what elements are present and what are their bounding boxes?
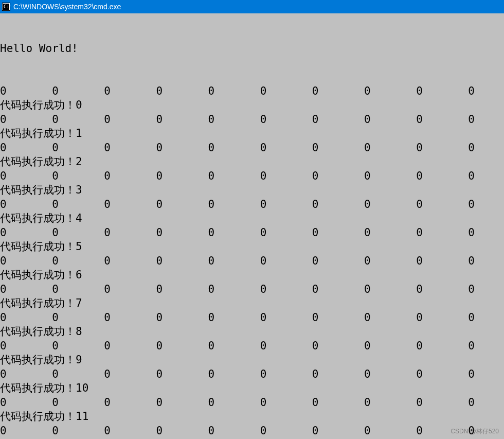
console-zero-row: 0 0 0 0 0 0 0 0 0 0 0 0	[0, 311, 504, 325]
console-success-line: 代码执行成功！2	[0, 155, 504, 169]
console-success-line: 代码执行成功！0	[0, 98, 504, 113]
console-success-line: 代码执行成功！9	[0, 353, 504, 367]
svg-text:C:\: C:\	[4, 4, 10, 9]
console-zero-row: 0 0 0 0 0 0 0 0 0 0 0 0	[0, 113, 504, 127]
console-zero-row: 0 0 0 0 0 0 0 0 0 0 0 0	[0, 198, 504, 212]
console-success-line: 代码执行成功！3	[0, 183, 504, 198]
console-zero-row: 0 0 0 0 0 0 0 0 0 0 0 0	[0, 396, 504, 410]
console-success-line: 代码执行成功！10	[0, 381, 504, 396]
console-success-line: 代码执行成功！8	[0, 325, 504, 339]
console-zero-row: 0 0 0 0 0 0 0 0 0 0 0 0	[0, 169, 504, 184]
console-success-line: 代码执行成功！4	[0, 212, 504, 226]
console-zero-row: 0 0 0 0 0 0 0 0 0 0 0 0	[0, 283, 504, 297]
console-zero-row: 0 0 0 0 0 0 0 0 0 0 0 0	[0, 226, 504, 240]
console-zero-row: 0 0 0 0 0 0 0 0 0 0 0 0	[0, 141, 504, 155]
cmd-icon: C:\	[2, 3, 10, 11]
console-success-line: 代码执行成功！7	[0, 296, 504, 311]
console-success-line: 代码执行成功！11	[0, 410, 504, 424]
console-greeting: Hello World!	[0, 42, 504, 56]
console-success-line: 代码执行成功！5	[0, 240, 504, 254]
console-zero-row: 0 0 0 0 0 0 0 0 0 0 0 0	[0, 424, 504, 438]
console-zero-row: 0 0 0 0 0 0 0 0 0 0 0 0	[0, 339, 504, 354]
console-zero-row: 0 0 0 0 0 0 0 0 0 0 0 0	[0, 254, 504, 269]
console-success-line: 代码执行成功！1	[0, 127, 504, 141]
console-zero-row: 0 0 0 0 0 0 0 0 0 0 0 0	[0, 84, 504, 99]
window-title: C:\WINDOWS\system32\cmd.exe	[13, 3, 121, 11]
console-output: Hello World! 0 0 0 0 0 0 0 0 0 0 0 0代码执行…	[0, 13, 504, 439]
console-zero-row: 0 0 0 0 0 0 0 0 0 0 0 0	[0, 367, 504, 382]
window-titlebar[interactable]: C:\ C:\WINDOWS\system32\cmd.exe	[0, 0, 504, 13]
console-success-line: 代码执行成功！6	[0, 268, 504, 283]
